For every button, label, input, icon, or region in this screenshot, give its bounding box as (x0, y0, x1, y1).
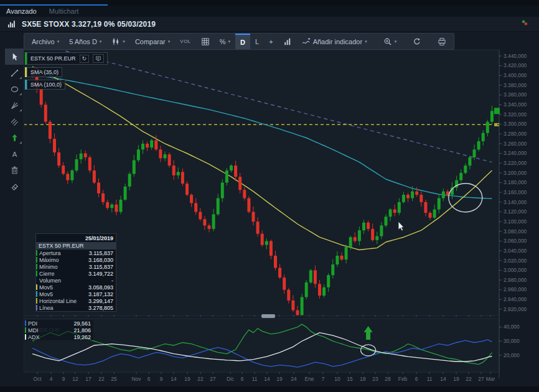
svg-text:40,000: 40,000 (504, 324, 520, 330)
range-select-button[interactable]: 5 Años D▾ (64, 34, 106, 49)
comparar-menu-button[interactable]: Comparar▾ (130, 34, 175, 49)
indicator-legend-row: ADX19,262 (25, 334, 93, 340)
row-value: 3.299,147 (88, 298, 113, 304)
row-color-mark (36, 250, 37, 256)
svg-text:2.960,000: 2.960,000 (504, 286, 527, 292)
svg-text:3.200,000: 3.200,000 (504, 170, 527, 176)
svg-text:3.220,000: 3.220,000 (504, 160, 527, 166)
ohlc-databox: 25/01/2019ESTX 50 PR.EURApertura3.115,83… (35, 233, 116, 312)
trash-icon (10, 166, 19, 175)
databox-row: Mínimo3.115,837 (36, 263, 116, 270)
cursor-tool[interactable] (5, 49, 24, 65)
monitor-icon (95, 55, 101, 62)
svg-text:Mar: Mar (486, 376, 495, 382)
svg-text:3.000,000: 3.000,000 (504, 267, 527, 273)
row-value: 19,262 (73, 334, 91, 340)
delete-tool[interactable] (5, 162, 24, 178)
instrument-title: SX5E STOXX 3.327,19 0% 05/03/2019 (22, 20, 156, 29)
svg-text:Dic: Dic (227, 376, 234, 382)
print-chart-button[interactable] (433, 34, 451, 49)
sma-legend-box: SMA (100,0) (27, 80, 65, 90)
submenu-corner-icon (19, 109, 22, 111)
chart-toolbar: Archivo▾5 Años D▾▾Comparar▾VOL%▾DL+Añadi… (24, 33, 454, 50)
tab-multichart[interactable]: Multichart (49, 7, 79, 15)
databox-date: 25/01/2019 (36, 234, 116, 242)
sma-label: SMA (100,0) (30, 82, 62, 88)
comparar-menu-label: Comparar (135, 38, 166, 45)
legend-series-row: ESTX 50 PR.EUR↻ (25, 52, 108, 65)
svg-text:27: 27 (478, 376, 484, 382)
svg-text:4: 4 (50, 376, 53, 382)
arrow-marker-tool[interactable] (5, 129, 24, 146)
interval-line-button[interactable]: L (250, 34, 264, 49)
series-settings-button[interactable] (93, 54, 104, 63)
text-tool[interactable]: A (5, 146, 24, 162)
svg-text:10: 10 (334, 376, 340, 382)
row-value: 3.168,030 (88, 257, 113, 263)
row-label: MDI (28, 327, 73, 334)
svg-text:3.180,000: 3.180,000 (504, 179, 527, 185)
eraser-tool[interactable] (5, 178, 24, 194)
grid-toggle-button[interactable] (196, 34, 215, 49)
svg-text:Oct: Oct (33, 376, 42, 382)
add-indicator-label: Añadir indicador (313, 38, 363, 45)
row-label: ADX (28, 334, 73, 340)
archivo-menu-button[interactable]: Archivo▾ (27, 34, 64, 49)
databox-row: Línea3.278,805 (36, 304, 116, 311)
trading-app-window: AvanzadoMultichart SX5E STOXX 3.327,19 0… (0, 0, 539, 392)
row-color-mark (36, 284, 37, 290)
zoom-icon (383, 37, 392, 46)
refresh-chart-button[interactable] (408, 34, 426, 49)
row-color-mark (25, 327, 26, 333)
add-indicator-button[interactable]: Añadir indicador▾ (297, 34, 372, 49)
hatch-tool[interactable] (5, 113, 24, 129)
row-color-mark (36, 271, 37, 276)
row-color-mark (25, 334, 26, 340)
row-color-mark (36, 305, 37, 310)
legend-sma-row: SMA (35,0) (25, 67, 108, 77)
percent-scale-button[interactable]: %▾ (215, 34, 235, 49)
chart-style-select-button[interactable]: ▾ (106, 34, 130, 49)
svg-text:6: 6 (148, 376, 151, 382)
row-label: Línea (39, 305, 88, 311)
zoom-tool-button[interactable]: ▾ (378, 34, 402, 49)
svg-text:3.360,000: 3.360,000 (504, 91, 527, 98)
volume-style-button[interactable] (278, 34, 297, 49)
svg-text:25: 25 (111, 376, 117, 382)
tab-avanzado[interactable]: Avanzado (6, 7, 37, 15)
row-label: Mov5 (39, 291, 88, 297)
tabs-row: AvanzadoMultichart (0, 6, 539, 17)
price-chart-canvas[interactable]: 3.440,0003.420,0003.400,0003.380,0003.36… (24, 49, 539, 387)
interval-line-label: L (255, 38, 259, 45)
vol-toggle-button[interactable]: VOL (175, 34, 196, 49)
row-value: - (111, 278, 113, 284)
row-value: 3.058,093 (88, 284, 113, 291)
ellipse-tool[interactable] (5, 81, 24, 97)
candlestick-icon (111, 37, 120, 46)
row-label: Cierre (39, 271, 88, 277)
crosshair-tool-button[interactable]: + (264, 34, 278, 49)
interval-daily-button[interactable]: D (235, 34, 250, 49)
panel-resize-handle[interactable] (261, 314, 275, 318)
indicator-legend-row: PDI29,561 (25, 320, 93, 327)
line-icon (10, 68, 19, 78)
bottom-strip (0, 386, 539, 392)
row-label: Horizontal Line (39, 298, 88, 304)
databox-instrument: ESTX 50 PR.EUR (36, 242, 116, 250)
chevron-down-icon: ▾ (123, 39, 125, 44)
row-label: Mov5 (39, 284, 88, 291)
svg-text:19: 19 (184, 376, 190, 382)
row-label: Apertura (39, 250, 89, 256)
svg-text:14: 14 (171, 376, 177, 382)
refresh-series-button[interactable]: ↻ (80, 55, 90, 63)
fan-tool[interactable] (5, 97, 24, 113)
row-label: Mínimo (39, 264, 89, 270)
last-price-tag (494, 108, 500, 114)
row-value: 3.115,837 (89, 264, 113, 270)
hatch-icon (10, 117, 19, 126)
price-axis[interactable]: 3.440,0003.420,0003.400,0003.380,0003.36… (494, 51, 527, 378)
trendline-tool[interactable] (5, 65, 24, 81)
row-value: 3.278,805 (88, 305, 113, 311)
svg-text:20,000: 20,000 (504, 352, 520, 358)
svg-text:A: A (12, 150, 17, 157)
